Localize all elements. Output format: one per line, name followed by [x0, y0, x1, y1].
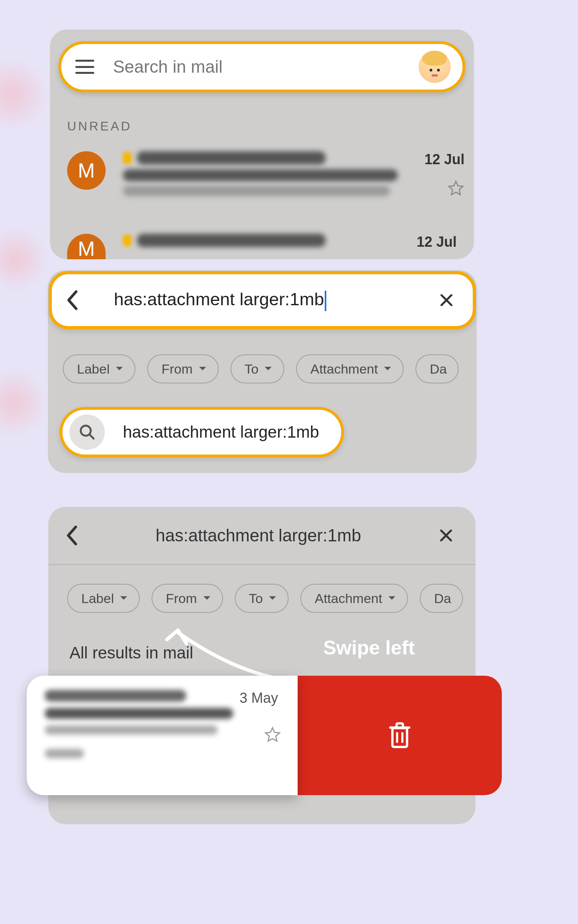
filter-chip-row: Label From To Attachment Da [67, 584, 483, 613]
search-header: has:attachment larger:1mb [48, 507, 476, 565]
back-icon[interactable] [65, 290, 79, 311]
filter-chip-to[interactable]: To [235, 584, 289, 613]
swipe-row[interactable]: 3 May [27, 676, 502, 795]
back-icon[interactable] [65, 525, 78, 546]
filter-chip-date[interactable]: Da [415, 354, 458, 383]
search-bar[interactable]: Search in mail [59, 41, 465, 92]
search-suggestion[interactable]: has:attachment larger:1mb [60, 407, 344, 457]
panel-inbox: Search in mail UNREAD M 12 Jul M 12 Jul [50, 29, 474, 259]
search-query-text[interactable]: has:attachment larger:1mb [78, 526, 439, 545]
filter-chip-to[interactable]: To [230, 354, 285, 383]
panel-search-entry: has:attachment larger:1mb Label From To … [48, 270, 477, 473]
filter-chip-attachment[interactable]: Attachment [300, 584, 408, 613]
panel-search-results: has:attachment larger:1mb Label From To … [48, 507, 476, 824]
filter-chip-date[interactable]: Da [420, 584, 463, 613]
svg-line-1 [90, 434, 94, 439]
profile-avatar[interactable] [419, 51, 451, 83]
sender-avatar: M [67, 234, 106, 259]
search-icon [70, 414, 105, 450]
email-row[interactable]: M 12 Jul [67, 151, 457, 197]
menu-icon[interactable] [75, 60, 94, 74]
search-input[interactable]: has:attachment larger:1mb [114, 289, 439, 311]
section-label-unread: UNREAD [67, 119, 132, 134]
email-date: 3 May [240, 690, 278, 706]
swipe-hint-text: Swipe left [323, 636, 415, 659]
filter-chip-attachment[interactable]: Attachment [296, 354, 404, 383]
email-date: 12 Jul [424, 151, 465, 168]
filter-chip-from[interactable]: From [147, 354, 218, 383]
clear-icon[interactable] [439, 528, 454, 543]
star-icon[interactable] [447, 180, 465, 197]
svg-rect-2 [392, 728, 407, 747]
search-placeholder: Search in mail [113, 57, 419, 77]
email-row[interactable]: M 12 Jul [67, 234, 457, 259]
suggestion-text: has:attachment larger:1mb [123, 423, 319, 442]
text-caret [325, 291, 326, 311]
email-date: 12 Jul [417, 234, 457, 250]
swipe-delete-action[interactable] [298, 676, 502, 795]
filter-chip-label[interactable]: Label [63, 354, 135, 383]
trash-icon [387, 720, 412, 750]
star-icon[interactable] [264, 726, 281, 743]
clear-icon[interactable] [439, 293, 454, 308]
sender-avatar: M [67, 151, 106, 190]
filter-chip-label[interactable]: Label [67, 584, 140, 613]
filter-chip-row: Label From To Attachment Da [63, 354, 483, 383]
email-card[interactable]: 3 May [27, 676, 298, 795]
results-section-label: All results in mail [70, 644, 193, 662]
search-bar-active[interactable]: has:attachment larger:1mb [49, 271, 476, 329]
filter-chip-from[interactable]: From [152, 584, 223, 613]
